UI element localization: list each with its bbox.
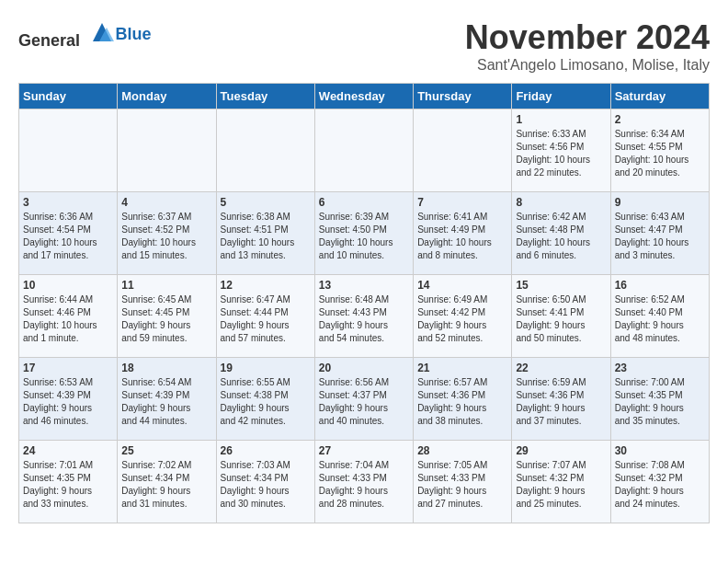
day-number: 19 xyxy=(221,362,311,374)
day-number: 12 xyxy=(221,279,311,292)
day-info: Sunrise: 7:05 AM Sunset: 4:33 PM Dayligh… xyxy=(417,459,507,511)
calendar-cell: 12Sunrise: 6:47 AM Sunset: 4:44 PM Dayli… xyxy=(216,275,314,358)
day-info: Sunrise: 6:36 AM Sunset: 4:54 PM Dayligh… xyxy=(23,211,113,262)
day-number: 27 xyxy=(319,444,409,457)
day-number: 11 xyxy=(121,279,211,292)
calendar-cell: 10Sunrise: 6:44 AM Sunset: 4:46 PM Dayli… xyxy=(19,275,118,358)
day-number: 16 xyxy=(615,279,705,292)
calendar-cell: 3Sunrise: 6:36 AM Sunset: 4:54 PM Daylig… xyxy=(19,192,118,275)
day-number: 24 xyxy=(23,444,113,457)
day-info: Sunrise: 6:53 AM Sunset: 4:39 PM Dayligh… xyxy=(23,376,113,428)
calendar-cell: 29Sunrise: 7:07 AM Sunset: 4:32 PM Dayli… xyxy=(512,441,610,523)
day-info: Sunrise: 7:04 AM Sunset: 4:33 PM Dayligh… xyxy=(319,459,409,511)
calendar-cell: 15Sunrise: 6:50 AM Sunset: 4:41 PM Dayli… xyxy=(512,275,610,358)
day-number: 6 xyxy=(319,196,409,209)
day-number: 21 xyxy=(417,362,507,374)
calendar-cell: 20Sunrise: 6:56 AM Sunset: 4:37 PM Dayli… xyxy=(314,358,413,441)
day-info: Sunrise: 6:49 AM Sunset: 4:42 PM Dayligh… xyxy=(417,293,507,345)
calendar-cell: 16Sunrise: 6:52 AM Sunset: 4:40 PM Dayli… xyxy=(610,275,709,358)
day-number: 30 xyxy=(615,444,705,457)
calendar-cell: 26Sunrise: 7:03 AM Sunset: 4:34 PM Dayli… xyxy=(216,441,314,523)
day-number: 23 xyxy=(615,362,705,374)
day-number: 29 xyxy=(516,444,606,457)
calendar-cell xyxy=(216,109,314,192)
day-number: 8 xyxy=(516,196,606,209)
day-number: 2 xyxy=(615,113,705,126)
calendar-cell: 13Sunrise: 6:48 AM Sunset: 4:43 PM Dayli… xyxy=(314,275,413,358)
day-number: 15 xyxy=(516,279,606,292)
day-info: Sunrise: 6:48 AM Sunset: 4:43 PM Dayligh… xyxy=(319,293,409,345)
day-number: 3 xyxy=(23,196,113,209)
calendar-table: SundayMondayTuesdayWednesdayThursdayFrid… xyxy=(18,83,710,523)
calendar-cell: 7Sunrise: 6:41 AM Sunset: 4:49 PM Daylig… xyxy=(414,192,512,275)
day-info: Sunrise: 6:52 AM Sunset: 4:40 PM Dayligh… xyxy=(615,293,705,345)
calendar-cell: 11Sunrise: 6:45 AM Sunset: 4:45 PM Dayli… xyxy=(118,275,216,358)
calendar-cell xyxy=(314,109,413,192)
calendar-cell: 6Sunrise: 6:39 AM Sunset: 4:50 PM Daylig… xyxy=(314,192,413,275)
day-number: 18 xyxy=(121,362,211,374)
day-number: 10 xyxy=(23,279,113,292)
calendar-cell: 1Sunrise: 6:33 AM Sunset: 4:56 PM Daylig… xyxy=(512,109,610,192)
calendar-cell: 2Sunrise: 6:34 AM Sunset: 4:55 PM Daylig… xyxy=(610,109,709,192)
calendar-cell: 14Sunrise: 6:49 AM Sunset: 4:42 PM Dayli… xyxy=(414,275,512,358)
calendar-cell: 22Sunrise: 6:59 AM Sunset: 4:36 PM Dayli… xyxy=(512,358,610,441)
day-info: Sunrise: 7:07 AM Sunset: 4:32 PM Dayligh… xyxy=(516,459,606,511)
logo-general: General xyxy=(18,31,80,50)
calendar-header-thursday: Thursday xyxy=(414,84,512,109)
day-number: 22 xyxy=(516,362,606,374)
calendar-cell: 9Sunrise: 6:43 AM Sunset: 4:47 PM Daylig… xyxy=(610,192,709,275)
calendar-header-row: SundayMondayTuesdayWednesdayThursdayFrid… xyxy=(19,84,710,109)
day-number: 17 xyxy=(23,362,113,374)
day-info: Sunrise: 6:39 AM Sunset: 4:50 PM Dayligh… xyxy=(319,211,409,262)
day-info: Sunrise: 6:37 AM Sunset: 4:52 PM Dayligh… xyxy=(121,211,211,262)
day-info: Sunrise: 6:44 AM Sunset: 4:46 PM Dayligh… xyxy=(23,293,113,345)
day-number: 26 xyxy=(221,444,311,457)
calendar-cell xyxy=(414,109,512,192)
day-info: Sunrise: 6:55 AM Sunset: 4:38 PM Dayligh… xyxy=(221,376,311,428)
calendar-week-2: 3Sunrise: 6:36 AM Sunset: 4:54 PM Daylig… xyxy=(19,192,710,275)
day-number: 13 xyxy=(319,279,409,292)
calendar-header-wednesday: Wednesday xyxy=(314,84,413,109)
day-number: 7 xyxy=(417,196,507,209)
title-area: November 2024 Sant'Angelo Limosano, Moli… xyxy=(465,18,710,74)
day-info: Sunrise: 7:08 AM Sunset: 4:32 PM Dayligh… xyxy=(615,459,705,511)
calendar-header-friday: Friday xyxy=(512,84,610,109)
day-info: Sunrise: 7:01 AM Sunset: 4:35 PM Dayligh… xyxy=(23,459,113,511)
calendar-week-5: 24Sunrise: 7:01 AM Sunset: 4:35 PM Dayli… xyxy=(19,441,710,523)
day-number: 14 xyxy=(417,279,507,292)
calendar-cell: 24Sunrise: 7:01 AM Sunset: 4:35 PM Dayli… xyxy=(19,441,118,523)
logo-blue: Blue xyxy=(116,25,152,44)
day-number: 1 xyxy=(516,113,606,126)
day-info: Sunrise: 6:34 AM Sunset: 4:55 PM Dayligh… xyxy=(615,128,705,179)
calendar-cell: 27Sunrise: 7:04 AM Sunset: 4:33 PM Dayli… xyxy=(314,441,413,523)
header: General Blue November 2024 Sant'Angelo L… xyxy=(18,18,710,74)
calendar-cell: 28Sunrise: 7:05 AM Sunset: 4:33 PM Dayli… xyxy=(414,441,512,523)
calendar-cell: 18Sunrise: 6:54 AM Sunset: 4:39 PM Dayli… xyxy=(118,358,216,441)
calendar-cell xyxy=(118,109,216,192)
location-subtitle: Sant'Angelo Limosano, Molise, Italy xyxy=(465,57,710,74)
day-info: Sunrise: 6:57 AM Sunset: 4:36 PM Dayligh… xyxy=(417,376,507,428)
calendar-cell: 4Sunrise: 6:37 AM Sunset: 4:52 PM Daylig… xyxy=(118,192,216,275)
day-info: Sunrise: 6:50 AM Sunset: 4:41 PM Dayligh… xyxy=(516,293,606,345)
day-info: Sunrise: 6:45 AM Sunset: 4:45 PM Dayligh… xyxy=(121,293,211,345)
day-info: Sunrise: 6:38 AM Sunset: 4:51 PM Dayligh… xyxy=(221,211,311,262)
calendar-cell xyxy=(19,109,118,192)
day-number: 28 xyxy=(417,444,507,457)
calendar-cell: 23Sunrise: 7:00 AM Sunset: 4:35 PM Dayli… xyxy=(610,358,709,441)
day-info: Sunrise: 7:03 AM Sunset: 4:34 PM Dayligh… xyxy=(221,459,311,511)
logo-icon xyxy=(88,18,116,46)
month-title: November 2024 xyxy=(465,18,710,57)
day-number: 4 xyxy=(121,196,211,209)
day-info: Sunrise: 6:47 AM Sunset: 4:44 PM Dayligh… xyxy=(221,293,311,345)
day-info: Sunrise: 6:56 AM Sunset: 4:37 PM Dayligh… xyxy=(319,376,409,428)
calendar-cell: 25Sunrise: 7:02 AM Sunset: 4:34 PM Dayli… xyxy=(118,441,216,523)
logo: General Blue xyxy=(18,18,152,51)
day-info: Sunrise: 7:00 AM Sunset: 4:35 PM Dayligh… xyxy=(615,376,705,428)
calendar-header-sunday: Sunday xyxy=(19,84,118,109)
day-info: Sunrise: 6:41 AM Sunset: 4:49 PM Dayligh… xyxy=(417,211,507,262)
calendar-cell: 8Sunrise: 6:42 AM Sunset: 4:48 PM Daylig… xyxy=(512,192,610,275)
calendar-cell: 19Sunrise: 6:55 AM Sunset: 4:38 PM Dayli… xyxy=(216,358,314,441)
calendar-week-1: 1Sunrise: 6:33 AM Sunset: 4:56 PM Daylig… xyxy=(19,109,710,192)
day-info: Sunrise: 6:54 AM Sunset: 4:39 PM Dayligh… xyxy=(121,376,211,428)
calendar-cell: 21Sunrise: 6:57 AM Sunset: 4:36 PM Dayli… xyxy=(414,358,512,441)
